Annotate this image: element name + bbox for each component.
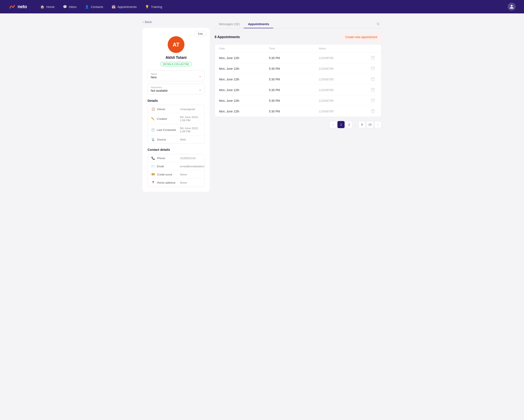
appointments-table: Date Time Notes Mon, June 12th 5:30 PM 1…: [215, 44, 382, 117]
status-label: Status: [151, 73, 201, 75]
nav-training[interactable]: 💡 Training: [142, 3, 166, 10]
table-header: Date Time Notes: [215, 44, 381, 53]
table-row: Mon, June 12th 5:30 PM 123456789: [215, 106, 381, 117]
address-icon: 📍: [151, 181, 155, 184]
back-link[interactable]: ‹ Back: [142, 20, 210, 24]
left-panel: ‹ Back Edit AT Akhil Tolani DETAILS COLL…: [142, 20, 210, 192]
tab-messages[interactable]: Messages (32): [215, 20, 244, 28]
appointments-icon: 📅: [112, 5, 116, 9]
status-select[interactable]: Status New ⌄: [148, 70, 205, 81]
appt-time-5: 5:30 PM: [269, 110, 319, 113]
contact-details-title: Contact details: [148, 148, 205, 151]
inbox-icon: 💬: [63, 5, 67, 9]
table-row: Mon, June 12th 5:30 PM 123456789: [215, 95, 381, 106]
calendar-icon-4[interactable]: [369, 98, 377, 103]
create-appointment-button[interactable]: Create new appointment: [341, 33, 382, 41]
nav-appointments[interactable]: 📅 Appointments: [108, 3, 140, 10]
page-9-button[interactable]: 9: [358, 121, 366, 128]
contact-phone-row: 📞 Phone 3129251141: [148, 154, 204, 162]
page-prev-button[interactable]: ‹: [330, 121, 337, 128]
calendar-icon-3[interactable]: [369, 88, 377, 92]
contact-credit-row: 💳 Credit score None: [148, 170, 204, 179]
contact-details-section: Contact details 📞 Phone 3129251141 ✉️ Em…: [148, 148, 205, 187]
appt-date-5: Mon, June 12th: [219, 110, 269, 113]
calendar-icon-1[interactable]: [369, 66, 377, 71]
appt-date-1: Mon, June 12th: [219, 67, 269, 70]
page-2-button[interactable]: 2: [345, 121, 353, 128]
col-date: Date: [219, 47, 269, 50]
brand-name: neto: [17, 4, 27, 9]
nav-inbox[interactable]: 💬 Inbox: [60, 3, 80, 10]
page-1-button[interactable]: 1: [337, 121, 345, 128]
appt-date-3: Mon, June 12th: [219, 88, 269, 92]
appt-notes-5: 123456789: [319, 110, 369, 113]
detail-source-row: 📡 Source Web: [148, 135, 204, 143]
col-action: [369, 47, 377, 50]
disposition-select[interactable]: Disposition Not available ⌄: [148, 84, 205, 95]
refresh-icon[interactable]: ↻: [375, 21, 382, 27]
detail-owner-row: 📋 Owner Unassigned: [148, 105, 204, 113]
edit-button[interactable]: Edit: [194, 31, 206, 36]
svg-rect-8: [371, 78, 374, 81]
user-avatar[interactable]: [508, 3, 516, 11]
appointments-header: 6 Appointments Create new appointment: [215, 33, 382, 41]
credit-icon: 💳: [151, 173, 155, 176]
table-row: Mon, June 12th 5:30 PM 123456789: [215, 85, 381, 95]
appt-notes-1: 123456789: [319, 67, 369, 70]
nav-contacts[interactable]: 👤 Contacts: [81, 3, 106, 10]
email-icon: ✉️: [151, 165, 155, 168]
created-icon: ✏️: [151, 117, 155, 120]
home-icon: 🏠: [40, 5, 44, 9]
col-time: Time: [269, 47, 319, 50]
owner-icon: 📋: [151, 107, 155, 111]
navbar: neto 🏠 Home 💬 Inbox 👤 Contacts 📅 Appoint…: [0, 0, 524, 13]
page-next-button[interactable]: ›: [374, 121, 382, 128]
status-value: New: [151, 76, 201, 79]
right-panel: Messages (32) Appointments ↻ 6 Appointme…: [215, 20, 382, 192]
contact-email-row: ✉️ Email email@emailaddress.com: [148, 162, 204, 170]
training-icon: 💡: [145, 5, 149, 9]
disposition-value: Not available: [151, 89, 201, 92]
appt-notes-2: 123456789: [319, 78, 369, 81]
details-title: Details: [148, 99, 205, 102]
logo[interactable]: neto: [8, 3, 27, 10]
calendar-icon-5[interactable]: [369, 109, 377, 114]
avatar: AT: [168, 36, 184, 53]
status-chevron-icon: ⌄: [199, 74, 201, 78]
appt-notes-3: 123456789: [319, 88, 369, 92]
detail-created-row: ✏️ Created 5th June 2023, 1:09 PM: [148, 113, 204, 124]
page-content: ‹ Back Edit AT Akhil Tolani DETAILS COLL…: [126, 13, 398, 199]
contacts-icon: 👤: [85, 5, 89, 9]
profile-card: Edit AT Akhil Tolani DETAILS COLLECTED S…: [142, 28, 210, 192]
phone-icon: 📞: [151, 156, 155, 160]
svg-rect-20: [371, 110, 374, 113]
profile-name: Akhil Tolani: [148, 56, 205, 60]
tabs-row: Messages (32) Appointments ↻: [215, 20, 382, 28]
tab-appointments[interactable]: Appointments: [244, 20, 273, 28]
details-collected-badge: DETAILS COLLECTED: [160, 62, 192, 66]
pagination: ‹ 1 2 ... 9 10 ›: [215, 121, 382, 128]
appt-time-1: 5:30 PM: [269, 67, 319, 70]
disposition-label: Disposition: [151, 86, 201, 89]
svg-rect-12: [371, 88, 374, 91]
appt-time-4: 5:30 PM: [269, 99, 319, 102]
col-notes: Notes: [319, 47, 369, 50]
appt-time-2: 5:30 PM: [269, 78, 319, 81]
source-icon: 📡: [151, 138, 155, 141]
calendar-icon-2[interactable]: [369, 77, 377, 82]
appt-notes-4: 123456789: [319, 99, 369, 102]
appt-notes-0: 123456789: [319, 56, 369, 60]
last-contacted-icon: 🕐: [151, 128, 155, 132]
svg-rect-0: [371, 56, 374, 59]
svg-rect-4: [371, 67, 374, 70]
nav-home[interactable]: 🏠 Home: [37, 3, 58, 10]
table-row: Mon, June 12th 5:30 PM 123456789: [215, 74, 381, 85]
contact-address-row: 📍 Home address None: [148, 179, 204, 186]
appt-time-0: 5:30 PM: [269, 56, 319, 60]
calendar-icon-0[interactable]: [369, 56, 377, 60]
appt-time-3: 5:30 PM: [269, 88, 319, 92]
appt-date-0: Mon, June 12th: [219, 56, 269, 60]
appt-date-2: Mon, June 12th: [219, 78, 269, 81]
page-10-button[interactable]: 10: [366, 121, 374, 128]
appt-date-4: Mon, June 12th: [219, 99, 269, 102]
